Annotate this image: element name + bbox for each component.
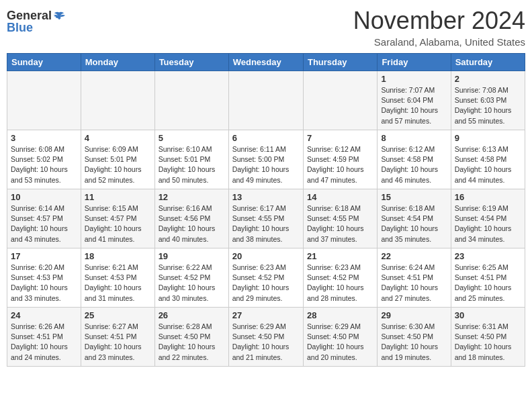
calendar-cell: [81, 71, 154, 130]
logo: General Blue: [7, 9, 65, 34]
calendar-cell: 24Sunrise: 6:26 AM Sunset: 4:51 PM Dayli…: [7, 308, 81, 367]
day-number: 15: [381, 192, 447, 202]
day-info: Sunrise: 6:24 AM Sunset: 4:51 PM Dayligh…: [381, 263, 447, 304]
calendar-cell: [228, 71, 303, 130]
day-info: Sunrise: 7:08 AM Sunset: 6:03 PM Dayligh…: [455, 85, 521, 126]
day-number: 2: [455, 74, 521, 84]
day-number: 26: [159, 310, 225, 320]
day-number: 28: [307, 310, 373, 320]
day-info: Sunrise: 6:15 AM Sunset: 4:57 PM Dayligh…: [85, 203, 151, 244]
calendar-cell: 18Sunrise: 6:21 AM Sunset: 4:53 PM Dayli…: [81, 248, 154, 308]
day-number: 5: [159, 133, 225, 143]
day-info: Sunrise: 6:31 AM Sunset: 4:50 PM Dayligh…: [455, 322, 521, 363]
weekday-header-tuesday: Tuesday: [154, 54, 228, 71]
calendar-cell: 11Sunrise: 6:15 AM Sunset: 4:57 PM Dayli…: [81, 189, 154, 248]
calendar-cell: [7, 71, 81, 130]
week-row-4: 17Sunrise: 6:20 AM Sunset: 4:53 PM Dayli…: [7, 248, 525, 308]
day-number: 4: [85, 133, 151, 143]
day-number: 8: [381, 133, 447, 143]
week-row-1: 1Sunrise: 7:07 AM Sunset: 6:04 PM Daylig…: [7, 71, 525, 130]
day-number: 22: [381, 251, 447, 261]
page-header: General Blue November 2024 Saraland, Ala…: [7, 7, 525, 48]
calendar-cell: 4Sunrise: 6:09 AM Sunset: 5:01 PM Daylig…: [81, 130, 154, 189]
day-number: 16: [455, 192, 521, 202]
day-info: Sunrise: 6:13 AM Sunset: 4:58 PM Dayligh…: [455, 144, 521, 185]
day-info: Sunrise: 6:16 AM Sunset: 4:56 PM Dayligh…: [159, 203, 225, 244]
day-info: Sunrise: 6:17 AM Sunset: 4:55 PM Dayligh…: [232, 203, 300, 244]
day-number: 7: [307, 133, 373, 143]
day-info: Sunrise: 6:28 AM Sunset: 4:50 PM Dayligh…: [159, 322, 225, 363]
calendar-cell: 22Sunrise: 6:24 AM Sunset: 4:51 PM Dayli…: [378, 248, 451, 308]
calendar-cell: 16Sunrise: 6:19 AM Sunset: 4:54 PM Dayli…: [451, 189, 525, 248]
calendar-cell: 9Sunrise: 6:13 AM Sunset: 4:58 PM Daylig…: [451, 130, 525, 189]
day-number: 23: [455, 251, 521, 261]
calendar-cell: [303, 71, 377, 130]
week-row-2: 3Sunrise: 6:08 AM Sunset: 5:02 PM Daylig…: [7, 130, 525, 189]
calendar-cell: 10Sunrise: 6:14 AM Sunset: 4:57 PM Dayli…: [7, 189, 81, 248]
day-info: Sunrise: 6:22 AM Sunset: 4:52 PM Dayligh…: [159, 263, 225, 304]
day-number: 12: [159, 192, 225, 202]
weekday-header-friday: Friday: [378, 54, 451, 71]
location: Saraland, Alabama, United States: [353, 36, 525, 48]
day-number: 30: [455, 310, 521, 320]
day-info: Sunrise: 6:09 AM Sunset: 5:01 PM Dayligh…: [85, 144, 151, 185]
day-number: 13: [232, 192, 300, 202]
calendar-cell: 23Sunrise: 6:25 AM Sunset: 4:51 PM Dayli…: [451, 248, 525, 308]
month-title: November 2024: [353, 7, 525, 35]
calendar-cell: 20Sunrise: 6:23 AM Sunset: 4:52 PM Dayli…: [228, 248, 303, 308]
day-number: 10: [11, 192, 77, 202]
day-info: Sunrise: 6:10 AM Sunset: 5:01 PM Dayligh…: [159, 144, 225, 185]
day-info: Sunrise: 6:23 AM Sunset: 4:52 PM Dayligh…: [307, 263, 373, 304]
day-info: Sunrise: 7:07 AM Sunset: 6:04 PM Dayligh…: [381, 85, 447, 126]
calendar-cell: 14Sunrise: 6:18 AM Sunset: 4:55 PM Dayli…: [303, 189, 377, 248]
week-row-3: 10Sunrise: 6:14 AM Sunset: 4:57 PM Dayli…: [7, 189, 525, 248]
calendar-cell: 21Sunrise: 6:23 AM Sunset: 4:52 PM Dayli…: [303, 248, 377, 308]
logo-general-text: General: [7, 9, 52, 21]
day-info: Sunrise: 6:19 AM Sunset: 4:54 PM Dayligh…: [455, 203, 521, 244]
day-number: 19: [159, 251, 225, 261]
day-info: Sunrise: 6:27 AM Sunset: 4:51 PM Dayligh…: [85, 322, 151, 363]
calendar-cell: 8Sunrise: 6:12 AM Sunset: 4:58 PM Daylig…: [378, 130, 451, 189]
calendar-cell: 29Sunrise: 6:30 AM Sunset: 4:50 PM Dayli…: [378, 308, 451, 367]
weekday-header-saturday: Saturday: [451, 54, 525, 71]
calendar-cell: 6Sunrise: 6:11 AM Sunset: 5:00 PM Daylig…: [228, 130, 303, 189]
day-number: 21: [307, 251, 373, 261]
calendar-cell: 12Sunrise: 6:16 AM Sunset: 4:56 PM Dayli…: [154, 189, 228, 248]
week-row-5: 24Sunrise: 6:26 AM Sunset: 4:51 PM Dayli…: [7, 308, 525, 367]
day-number: 1: [381, 74, 447, 84]
day-info: Sunrise: 6:26 AM Sunset: 4:51 PM Dayligh…: [11, 322, 77, 363]
calendar-cell: 1Sunrise: 7:07 AM Sunset: 6:04 PM Daylig…: [378, 71, 451, 130]
day-info: Sunrise: 6:18 AM Sunset: 4:54 PM Dayligh…: [381, 203, 447, 244]
logo-blue-text: Blue: [7, 21, 33, 34]
calendar-cell: [154, 71, 228, 130]
calendar-cell: 17Sunrise: 6:20 AM Sunset: 4:53 PM Dayli…: [7, 248, 81, 308]
day-info: Sunrise: 6:21 AM Sunset: 4:53 PM Dayligh…: [85, 263, 151, 304]
day-info: Sunrise: 6:12 AM Sunset: 4:59 PM Dayligh…: [307, 144, 373, 185]
day-info: Sunrise: 6:29 AM Sunset: 4:50 PM Dayligh…: [232, 322, 300, 363]
calendar-cell: 27Sunrise: 6:29 AM Sunset: 4:50 PM Dayli…: [228, 308, 303, 367]
day-info: Sunrise: 6:23 AM Sunset: 4:52 PM Dayligh…: [232, 263, 300, 304]
calendar-cell: 30Sunrise: 6:31 AM Sunset: 4:50 PM Dayli…: [451, 308, 525, 367]
day-number: 17: [11, 251, 77, 261]
calendar-cell: 26Sunrise: 6:28 AM Sunset: 4:50 PM Dayli…: [154, 308, 228, 367]
day-info: Sunrise: 6:18 AM Sunset: 4:55 PM Dayligh…: [307, 203, 373, 244]
day-number: 25: [85, 310, 151, 320]
day-info: Sunrise: 6:11 AM Sunset: 5:00 PM Dayligh…: [232, 144, 300, 185]
day-number: 24: [11, 310, 77, 320]
logo-bird-icon: [53, 11, 65, 20]
day-info: Sunrise: 6:30 AM Sunset: 4:50 PM Dayligh…: [381, 322, 447, 363]
day-info: Sunrise: 6:20 AM Sunset: 4:53 PM Dayligh…: [11, 263, 77, 304]
day-number: 11: [85, 192, 151, 202]
day-info: Sunrise: 6:29 AM Sunset: 4:50 PM Dayligh…: [307, 322, 373, 363]
day-number: 14: [307, 192, 373, 202]
day-info: Sunrise: 6:14 AM Sunset: 4:57 PM Dayligh…: [11, 203, 77, 244]
day-number: 3: [11, 133, 77, 143]
calendar-cell: 28Sunrise: 6:29 AM Sunset: 4:50 PM Dayli…: [303, 308, 377, 367]
calendar-table: SundayMondayTuesdayWednesdayThursdayFrid…: [7, 53, 525, 367]
day-info: Sunrise: 6:08 AM Sunset: 5:02 PM Dayligh…: [11, 144, 77, 185]
day-number: 29: [381, 310, 447, 320]
weekday-header-wednesday: Wednesday: [228, 54, 303, 71]
day-number: 9: [455, 133, 521, 143]
day-info: Sunrise: 6:25 AM Sunset: 4:51 PM Dayligh…: [455, 263, 521, 304]
calendar-cell: 13Sunrise: 6:17 AM Sunset: 4:55 PM Dayli…: [228, 189, 303, 248]
